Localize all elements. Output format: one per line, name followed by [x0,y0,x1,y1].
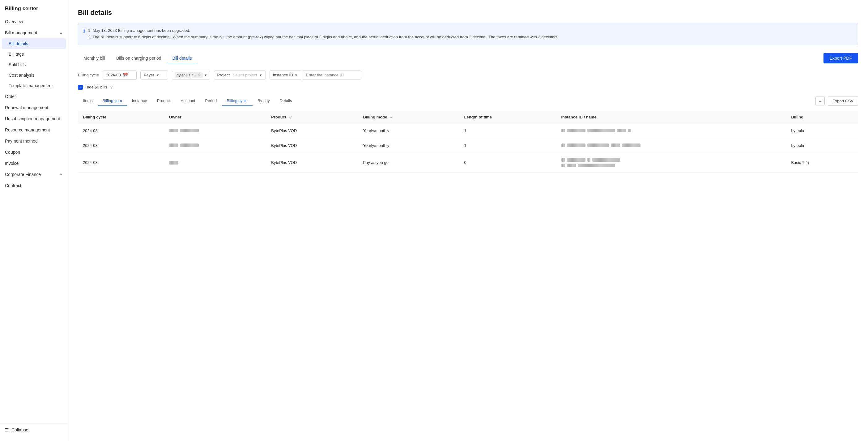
owner-blurred-1 [169,129,178,133]
sidebar-item-bill-details[interactable]: Bill details [2,38,66,49]
main-tabs: Monthly bill Bills on charging period Bi… [78,53,858,64]
sidebar-sub-item-label: Template management [9,83,53,88]
cell-instance-id-name [556,123,786,138]
instance-id-input[interactable] [303,70,361,80]
tab-bills-on-charging-period[interactable]: Bills on charging period [111,53,167,64]
sidebar-item-label: Order [5,94,16,99]
sidebar-item-cost-analysis[interactable]: Cost analysis [0,70,68,80]
sidebar-item-label: Payment method [5,139,38,144]
sidebar-item-unsubscription-management[interactable]: Unsubscription management [0,113,68,124]
chevron-down-icon: ▼ [294,73,298,77]
sub-tabs: Items Billing item Instance Product Acco… [78,96,858,106]
payer-tag-select[interactable]: byteplus_t... ✕ ▼ [172,71,210,80]
cell-length-of-time: 1 [459,138,556,153]
sidebar-sub-item-label: Split bills [9,62,26,67]
sidebar-item-label: Contract [5,183,21,188]
tab-bill-details[interactable]: Bill details [167,53,197,64]
filter-icon[interactable]: ▽ [390,115,392,119]
table-row: 2024-08 BytePlus VOD Yearly/monthly 1 [78,138,858,153]
sub-tab-details[interactable]: Details [275,96,297,106]
project-select[interactable]: Project Select project ▼ [214,70,266,80]
info-icon: ℹ [83,28,85,40]
sub-tab-items[interactable]: Items [78,96,98,106]
page-title: Bill details [78,9,858,17]
cell-length-of-time: 0 [459,153,556,172]
cell-instance-id-name [556,153,786,172]
billing-cycle-label: Billing cycle [78,73,99,77]
instance-id-label: Instance ID [273,73,293,77]
owner-blurred-1 [169,144,178,147]
sub-tab-by-day[interactable]: By day [252,96,275,106]
sidebar-item-coupon[interactable]: Coupon [0,147,68,158]
col-length-of-time: Length of time [459,111,556,123]
sub-tab-billing-item[interactable]: Billing item [98,96,127,106]
sidebar-sub-item-label: Bill details [9,41,28,46]
cell-product: BytePlus VOD [266,153,358,172]
sidebar-item-invoice[interactable]: Invoice [0,158,68,169]
instance-blurred-dot [587,158,590,162]
payer-tag-chip: byteplus_t... ✕ [175,72,203,78]
sidebar-item-template-management[interactable]: Template management [0,80,68,91]
tag-chip-close-icon[interactable]: ✕ [198,73,201,77]
instance-blurred-3 [567,164,576,167]
sidebar-item-payment-method[interactable]: Payment method [0,136,68,147]
sidebar-item-label: Resource management [5,127,50,133]
sidebar-section-corporate-finance[interactable]: Corporate Finance ▼ [0,169,68,180]
sidebar-item-contract[interactable]: Contract [0,180,68,191]
sidebar-item-bill-tags[interactable]: Bill tags [0,49,68,59]
hide-bills-checkbox[interactable]: ✓ [78,85,83,90]
billing-cycle-picker[interactable]: 2024-08 📅 [103,70,136,80]
hide-bills-row: ✓ Hide $0 bills ? [78,85,858,90]
instance-blurred-3 [611,144,620,147]
sidebar-item-split-bills[interactable]: Split bills [0,59,68,70]
sidebar-section-label: Bill management [5,30,37,35]
filter-row: Billing cycle 2024-08 📅 Payer ▼ byteplus… [78,70,858,80]
calendar-icon: 📅 [123,73,128,78]
sidebar-item-order[interactable]: Order [0,91,68,102]
info-line-2: 2. The bill details support to 6 digits … [88,34,558,40]
col-product: Product ▽ [266,111,358,123]
cell-product: BytePlus VOD [266,138,358,153]
cell-owner [164,138,267,153]
info-line-1: 1. May 18, 2023 Billing management has b… [88,28,558,34]
export-pdf-button[interactable]: Export PDF [824,53,858,63]
columns-icon: ≡ [819,98,821,103]
billing-cycle-value: 2024-08 [106,73,121,77]
column-settings-button[interactable]: ≡ [815,96,825,106]
instance-blurred-4 [622,144,641,147]
col-instance-id-name: Instance ID / name [556,111,786,123]
instance-blurred-icon [561,158,565,162]
project-label: Project [217,73,230,77]
cell-billing-cycle: 2024-08 [78,138,164,153]
sidebar-item-resource-management[interactable]: Resource management [0,124,68,136]
sidebar-section-label: Corporate Finance [5,172,41,177]
sidebar-item-overview[interactable]: Overview [0,16,68,27]
instance-blurred-icon2 [561,164,565,167]
check-icon: ✓ [79,85,82,89]
sub-tab-period[interactable]: Period [200,96,222,106]
cell-owner [164,153,267,172]
sub-tab-billing-cycle[interactable]: Billing cycle [222,96,252,106]
instance-id-dropdown[interactable]: Instance ID ▼ [270,70,301,80]
sidebar-section-bill-management[interactable]: Bill management ▲ [0,27,68,38]
tab-monthly-bill[interactable]: Monthly bill [78,53,111,64]
sidebar-item-renewal-management[interactable]: Renewal management [0,102,68,113]
export-csv-button[interactable]: Export CSV [828,96,858,106]
table-row: 2024-08 BytePlus VOD Pay as you go 0 [78,153,858,172]
sub-tab-product[interactable]: Product [152,96,176,106]
instance-blurred-2 [587,144,609,147]
col-owner: Owner [164,111,267,123]
owner-blurred-2 [180,144,199,147]
sub-tab-instance[interactable]: Instance [127,96,152,106]
sidebar-item-label: Renewal management [5,105,48,110]
cell-billing-cycle: 2024-08 [78,123,164,138]
sub-tab-account[interactable]: Account [176,96,200,106]
sidebar-collapse-button[interactable]: ☰ Collapse [0,423,68,436]
collapse-label: Collapse [11,428,28,432]
payer-dropdown[interactable]: Payer ▼ [140,70,168,80]
main-content: Bill details ℹ 1. May 18, 2023 Billing m… [68,0,868,441]
instance-blurred-2 [592,158,620,162]
payer-tag-value: byteplus_t... [177,73,196,77]
filter-icon[interactable]: ▽ [289,115,291,119]
cell-billing-cycle: 2024-08 [78,153,164,172]
